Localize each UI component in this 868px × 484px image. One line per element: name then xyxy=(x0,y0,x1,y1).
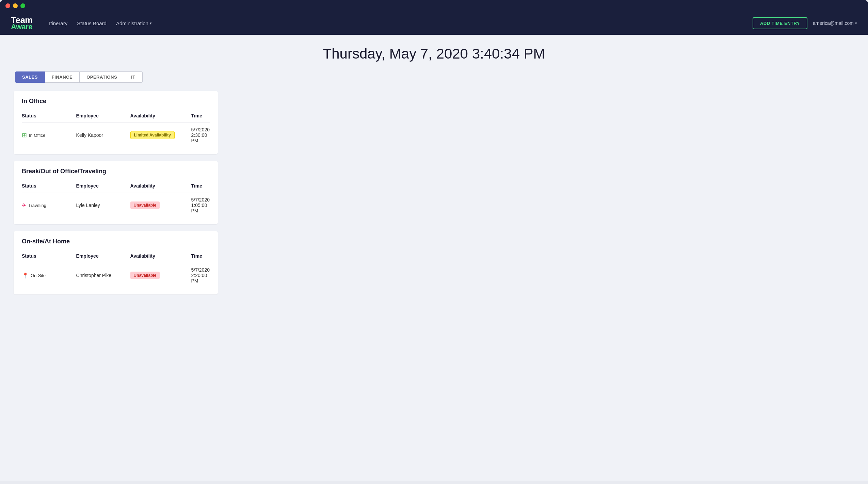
col-employee-1: Employee xyxy=(76,110,130,123)
availability-cell: Unavailable xyxy=(130,193,191,218)
employee-name: Kelly Kapoor xyxy=(76,123,130,148)
nav-right: ADD TIME ENTRY america@mail.com ▾ xyxy=(753,17,857,29)
logo[interactable]: Team Aware xyxy=(11,16,33,31)
onsite-table: Status Employee Availability Time 📍 On-S… xyxy=(22,251,210,288)
page-title: Thursday, May 7, 2020 3:40:34 PM xyxy=(14,46,854,62)
status-cell: 📍 On-Site xyxy=(22,263,76,288)
chevron-down-icon: ▾ xyxy=(150,21,152,26)
logo-aware: Aware xyxy=(11,23,33,31)
col-time-3: Time xyxy=(191,251,210,263)
nav-administration[interactable]: Administration ▾ xyxy=(116,20,152,26)
status-cell: ✈ Traveling xyxy=(22,193,76,218)
department-tabs: SALES FINANCE OPERATIONS IT xyxy=(15,71,854,83)
availability-badge: Limited Availability xyxy=(130,131,175,139)
status-label: On-Site xyxy=(31,273,46,278)
onsite-title: On-site/At Home xyxy=(22,238,210,245)
in-office-table: Status Employee Availability Time ⊞ In O… xyxy=(22,110,210,147)
availability-cell: Unavailable xyxy=(130,263,191,288)
col-availability-1: Availability xyxy=(130,110,191,123)
break-out-section: Break/Out of Office/Traveling Status Emp… xyxy=(14,161,218,224)
nav-status-board[interactable]: Status Board xyxy=(77,20,107,26)
tab-it[interactable]: IT xyxy=(124,71,143,83)
nav-links: Itinerary Status Board Administration ▾ xyxy=(49,20,742,26)
availability-badge: Unavailable xyxy=(130,272,160,279)
col-employee-2: Employee xyxy=(76,180,130,193)
maximize-dot[interactable] xyxy=(20,3,25,8)
time-cell: 5/7/2020 1:05:00 PM xyxy=(191,193,210,218)
close-dot[interactable] xyxy=(5,3,10,8)
break-out-table: Status Employee Availability Time ✈ Trav… xyxy=(22,180,210,217)
col-status-1: Status xyxy=(22,110,76,123)
in-office-title: In Office xyxy=(22,98,210,105)
add-time-entry-button[interactable]: ADD TIME ENTRY xyxy=(753,17,807,29)
tab-finance[interactable]: FINANCE xyxy=(45,71,80,83)
status-label: Traveling xyxy=(28,203,46,208)
time-cell: 5/7/2020 2:20:00 PM xyxy=(191,263,210,288)
col-availability-2: Availability xyxy=(130,180,191,193)
employee-name: Christopher Pike xyxy=(76,263,130,288)
time-cell: 5/7/2020 2:30:00 PM xyxy=(191,123,210,148)
tab-operations[interactable]: OPERATIONS xyxy=(80,71,124,83)
user-email-menu[interactable]: america@mail.com ▾ xyxy=(813,20,857,26)
window-chrome xyxy=(0,0,868,12)
in-office-section: In Office Status Employee Availability T… xyxy=(14,91,218,154)
nav-itinerary[interactable]: Itinerary xyxy=(49,20,67,26)
nav-administration-label: Administration xyxy=(116,20,148,26)
col-time-1: Time xyxy=(191,110,210,123)
status-cell: ⊞ In Office xyxy=(22,123,76,148)
employee-name: Lyle Lanley xyxy=(76,193,130,218)
table-row: ✈ Traveling Lyle Lanley Unavailable 5/7/… xyxy=(22,193,210,218)
availability-badge: Unavailable xyxy=(130,201,160,209)
user-email-label: america@mail.com xyxy=(813,20,854,26)
minimize-dot[interactable] xyxy=(13,3,18,8)
col-availability-3: Availability xyxy=(130,251,191,263)
main-content: Thursday, May 7, 2020 3:40:34 PM SALES F… xyxy=(0,35,868,481)
status-label: In Office xyxy=(29,133,45,138)
user-chevron-icon: ▾ xyxy=(855,21,857,26)
col-status-2: Status xyxy=(22,180,76,193)
col-employee-3: Employee xyxy=(76,251,130,263)
col-status-3: Status xyxy=(22,251,76,263)
col-time-2: Time xyxy=(191,180,210,193)
table-row: 📍 On-Site Christopher Pike Unavailable 5… xyxy=(22,263,210,288)
availability-cell: Limited Availability xyxy=(130,123,191,148)
navbar: Team Aware Itinerary Status Board Admini… xyxy=(0,12,868,35)
table-row: ⊞ In Office Kelly Kapoor Limited Availab… xyxy=(22,123,210,148)
grid-icon: ⊞ xyxy=(22,131,27,139)
plane-icon: ✈ xyxy=(22,202,26,209)
pin-icon: 📍 xyxy=(22,272,29,279)
tab-sales[interactable]: SALES xyxy=(15,71,45,83)
break-out-title: Break/Out of Office/Traveling xyxy=(22,168,210,175)
onsite-section: On-site/At Home Status Employee Availabi… xyxy=(14,231,218,294)
